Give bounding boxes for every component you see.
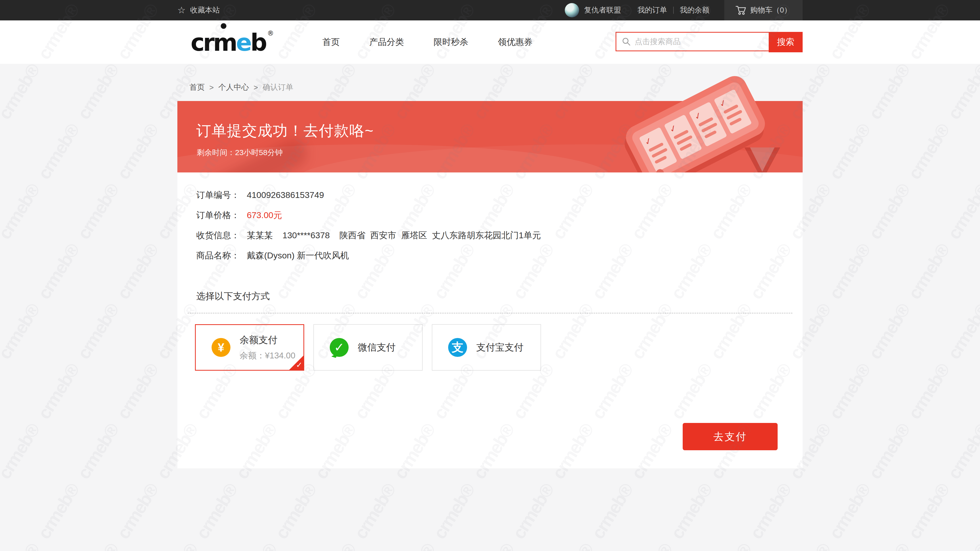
search-icon	[622, 37, 631, 46]
phone-checklist-illustration: ✓ ✓ ✓ ✓	[629, 86, 772, 183]
nav-coupons[interactable]: 领优惠券	[498, 36, 533, 48]
breadcrumb-home[interactable]: 首页	[189, 82, 205, 93]
breadcrumb-separator: >	[254, 83, 258, 92]
nav-home[interactable]: 首页	[322, 36, 340, 48]
banner-countdown: 剩余时间：23小时58分钟	[197, 148, 283, 158]
site-header: crmeb® 首页 产品分类 限时秒杀 领优惠券 搜索	[0, 21, 980, 64]
order-number-value: 4100926386153749	[247, 190, 324, 200]
topbar-divider	[673, 6, 674, 14]
cart-label: 购物车（0）	[750, 5, 791, 15]
order-number-row: 订单编号： 4100926386153749	[196, 189, 784, 201]
crmeb-logo[interactable]: crmeb®	[191, 30, 274, 55]
shipping-info-value: 某某某 130****6378 陕西省 西安市 雁塔区 丈八东路胡东花园北门1单…	[247, 230, 541, 241]
breadcrumb-separator: >	[209, 83, 214, 92]
payment-methods-heading: 选择以下支付方式	[196, 290, 803, 303]
alipay-pay-label: 支付宝支付	[476, 341, 523, 354]
wechat-pay-label: 微信支付	[358, 341, 396, 354]
my-orders-link[interactable]: 我的订单	[638, 5, 667, 15]
balance-amount: 余额：¥134.00	[240, 350, 295, 362]
order-price-label: 订单价格：	[196, 210, 240, 221]
alipay-icon: 支	[448, 338, 467, 357]
payment-method-alipay[interactable]: 支 支付宝支付	[432, 324, 541, 371]
order-info: 订单编号： 4100926386153749 订单价格： 673.00元 收货信…	[177, 172, 803, 262]
yen-icon: ¥	[212, 338, 231, 357]
order-success-banner: 订单提交成功！去付款咯~ 剩余时间：23小时58分钟 ✓ ✓ ✓ ✓	[177, 101, 803, 172]
logo-dot	[221, 23, 226, 29]
username-link[interactable]: 复仇者联盟	[584, 5, 621, 15]
cart-button[interactable]: 购物车（0）	[724, 0, 803, 21]
logo-text: crmeb	[191, 29, 266, 56]
breadcrumb-current: 确认订单	[262, 82, 293, 93]
cart-icon	[735, 5, 746, 15]
search-input[interactable]	[634, 37, 769, 46]
user-avatar[interactable]	[565, 3, 579, 17]
search-area: 搜索	[616, 32, 803, 52]
selected-check-icon: ✓	[296, 360, 302, 369]
search-button[interactable]: 搜索	[769, 32, 803, 52]
product-name-row: 商品名称： 戴森(Dyson) 新一代吹风机	[196, 250, 784, 262]
payment-method-balance[interactable]: ¥ 余额支付 余额：¥134.00 ✓	[195, 324, 304, 371]
logo-registered-mark: ®	[267, 29, 274, 37]
go-pay-button[interactable]: 去支付	[682, 423, 778, 450]
payment-method-wechat[interactable]: ✓ 微信支付	[313, 324, 423, 371]
order-price-row: 订单价格： 673.00元	[196, 210, 784, 221]
topbar: ☆ 收藏本站 复仇者联盟 我的订单 我的余额 购物车（0）	[0, 0, 980, 21]
nav-flash-sale[interactable]: 限时秒杀	[434, 36, 468, 48]
wechat-icon: ✓	[330, 338, 348, 357]
shipping-info-row: 收货信息： 某某某 130****6378 陕西省 西安市 雁塔区 丈八东路胡东…	[196, 230, 784, 241]
my-balance-link[interactable]: 我的余额	[680, 5, 710, 15]
banner-title: 订单提交成功！去付款咯~	[196, 121, 374, 141]
breadcrumb: 首页 > 个人中心 > 确认订单	[189, 82, 803, 93]
main-nav: 首页 产品分类 限时秒杀 领优惠券	[322, 36, 533, 48]
favorite-site-label: 收藏本站	[190, 5, 220, 15]
dashed-divider	[188, 313, 792, 313]
star-icon: ☆	[177, 6, 186, 15]
nav-categories[interactable]: 产品分类	[369, 36, 404, 48]
shipping-info-label: 收货信息：	[196, 230, 240, 241]
product-name-value: 戴森(Dyson) 新一代吹风机	[247, 250, 349, 262]
favorite-site-link[interactable]: ☆ 收藏本站	[177, 5, 220, 15]
product-name-label: 商品名称：	[196, 250, 240, 262]
order-price-value: 673.00元	[247, 210, 282, 221]
payment-method-list: ¥ 余额支付 余额：¥134.00 ✓ ✓ 微信支付 支 支付宝支付	[195, 324, 803, 371]
order-number-label: 订单编号：	[196, 189, 240, 201]
order-detail-card: 订单编号： 4100926386153749 订单价格： 673.00元 收货信…	[177, 172, 803, 468]
breadcrumb-user-center[interactable]: 个人中心	[218, 82, 249, 93]
balance-pay-label: 余额支付	[240, 333, 295, 346]
